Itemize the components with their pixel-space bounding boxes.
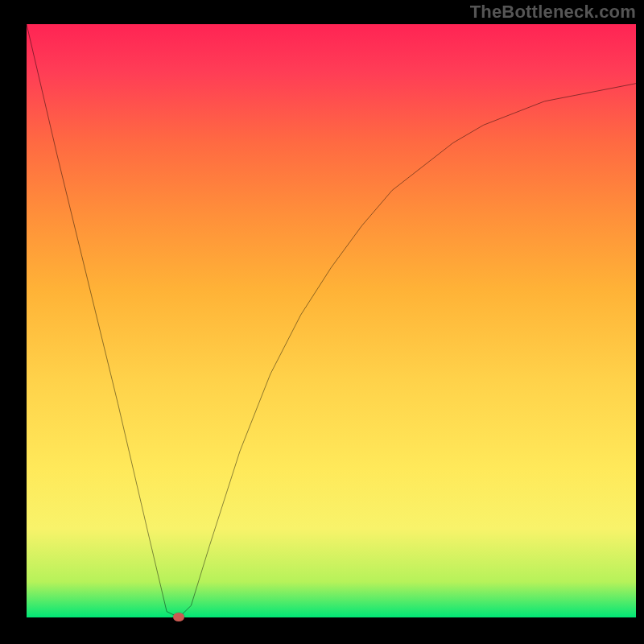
watermark-text: TheBottleneck.com: [470, 2, 636, 23]
bottleneck-curve: [27, 24, 636, 617]
optimal-point-marker: [173, 613, 184, 621]
chart-frame: TheBottleneck.com: [0, 0, 644, 644]
plot-area: [24, 24, 636, 620]
